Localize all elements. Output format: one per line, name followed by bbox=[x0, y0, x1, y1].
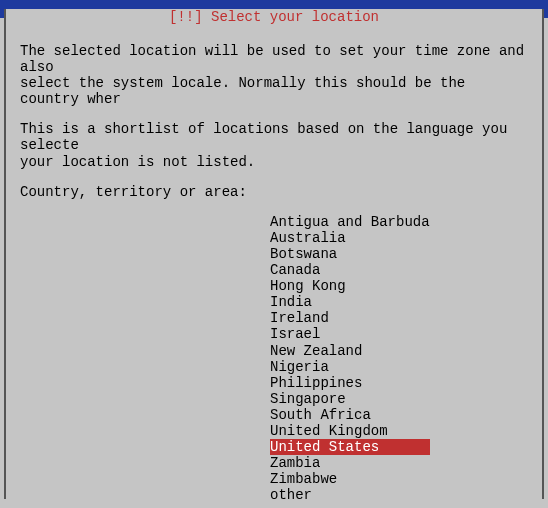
list-item[interactable]: other bbox=[270, 487, 528, 503]
list-item[interactable]: Canada bbox=[270, 262, 528, 278]
list-item[interactable]: New Zealand bbox=[270, 343, 528, 359]
dialog-box: [!!] Select your location The selected l… bbox=[4, 9, 544, 499]
list-item[interactable]: South Africa bbox=[270, 407, 528, 423]
list-item[interactable]: Zambia bbox=[270, 455, 528, 471]
list-item[interactable]: Ireland bbox=[270, 310, 528, 326]
list-item[interactable]: Australia bbox=[270, 230, 528, 246]
dialog-title-row: [!!] Select your location bbox=[6, 9, 542, 25]
list-item[interactable]: Philippines bbox=[270, 375, 528, 391]
location-list: Antigua and BarbudaAustraliaBotswanaCana… bbox=[270, 214, 528, 504]
list-item[interactable]: India bbox=[270, 294, 528, 310]
list-item[interactable]: Antigua and Barbuda bbox=[270, 214, 528, 230]
list-item[interactable]: Singapore bbox=[270, 391, 528, 407]
intro-paragraph-2: This is a shortlist of locations based o… bbox=[20, 121, 528, 169]
list-item[interactable]: Israel bbox=[270, 326, 528, 342]
list-item[interactable]: Botswana bbox=[270, 246, 528, 262]
list-item[interactable]: Nigeria bbox=[270, 359, 528, 375]
list-item[interactable]: Hong Kong bbox=[270, 278, 528, 294]
list-item[interactable]: Zimbabwe bbox=[270, 471, 528, 487]
prompt-label: Country, territory or area: bbox=[20, 184, 528, 200]
intro-paragraph-1: The selected location will be used to se… bbox=[20, 43, 528, 107]
list-item[interactable]: United States bbox=[270, 439, 430, 455]
list-item[interactable]: United Kingdom bbox=[270, 423, 528, 439]
dialog-title: [!!] Select your location bbox=[165, 9, 383, 25]
dialog-content: The selected location will be used to se… bbox=[6, 25, 542, 508]
